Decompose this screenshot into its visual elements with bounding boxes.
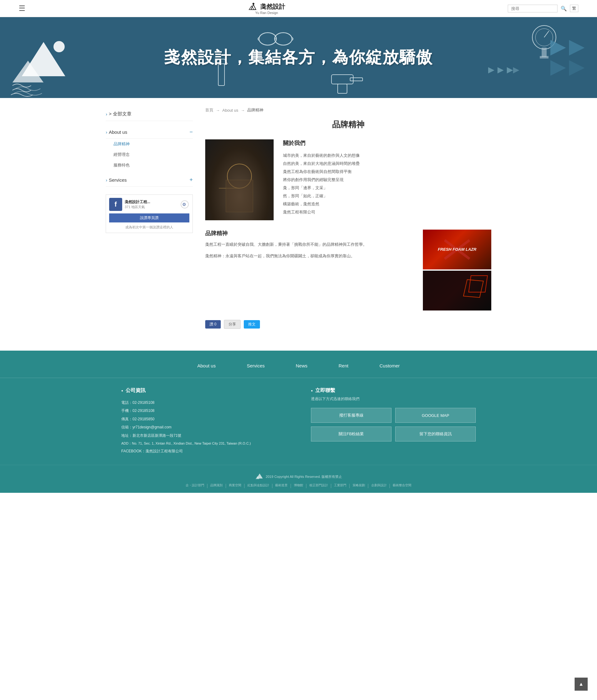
dot-icon: ● [121, 389, 123, 392]
company-address-en: ADD：No. 71, Sec. 1, Xintan Rd., Xindian … [121, 440, 286, 447]
breadcrumb-sep1: → [216, 108, 220, 112]
sidebar: › > 全部文章 ›About us − 品牌精神 經營理念 服務特色 ›Ser… [106, 107, 193, 329]
sidebar-services-toggle[interactable]: ›Services + [106, 174, 193, 187]
sidebar-about-section: ›About us − 品牌精神 經營理念 服務特色 [106, 126, 193, 171]
svg-rect-18 [338, 84, 347, 93]
like-button[interactable]: 讚 0 [205, 320, 221, 328]
footer-btn-fb[interactable]: 關注FB粉絲業 [311, 427, 391, 442]
mountain-decoration [9, 36, 78, 98]
sidebar-about-toggle[interactable]: ›About us − [106, 126, 193, 139]
sidebar-services-section: ›Services + [106, 174, 193, 187]
search-button[interactable]: 🔍 [561, 6, 567, 11]
footer-contact-title: ● 立即聯繫 [311, 388, 476, 394]
brand-image-top: FRESH FOAM LAZR [423, 230, 491, 269]
company-info-list: 電話：02-29185108 手機：02-29185108 傳真：02-2918… [121, 399, 286, 455]
about-main-image [205, 140, 274, 220]
company-email: 信箱：yr71design@gmail.com [121, 423, 286, 431]
lang-switcher[interactable]: 繁 [570, 5, 578, 12]
svg-rect-13 [540, 56, 548, 58]
footer-body: ● 公司資訊 電話：02-29185108 手機：02-29185108 傳真：… [96, 388, 501, 455]
hero-text: 戔然設計，集結各方，為你綻放驕傲 [164, 47, 433, 69]
footer-link-6[interactable]: 校正部門設計 [309, 483, 328, 488]
brand-title: 品牌精神 [205, 230, 414, 237]
footer-btn-map[interactable]: GOOGLE MAP [395, 408, 476, 423]
footer-link-8[interactable]: 策略規劃 [353, 483, 365, 488]
svg-point-5 [53, 41, 65, 52]
sidebar-item-service-char[interactable]: 服務特色 [106, 160, 193, 171]
main-container: › > 全部文章 ›About us − 品牌精神 經營理念 服務特色 ›Ser… [81, 98, 516, 338]
share-button[interactable]: 分享 [224, 320, 241, 329]
fb-page-addr: 371 地區天氣 [125, 205, 150, 209]
footer-company-title: ● 公司資訊 [121, 388, 286, 394]
breadcrumb-sep2: → [241, 108, 245, 112]
fb-page-name: 戔然設計工程... [125, 199, 150, 205]
svg-point-7 [275, 33, 292, 45]
header: ☰ 戔然設計 Yu Ran Design 🔍 繁 [0, 0, 597, 17]
footer-copyright: 2019 Copyright All Rights Reserved. 版權所有… [0, 473, 597, 481]
footer-logo-small [255, 473, 264, 481]
svg-marker-21 [550, 60, 566, 76]
svg-marker-24 [497, 67, 504, 73]
footer-link-7[interactable]: 工業部門 [334, 483, 346, 488]
sidebar-all-posts[interactable]: › > 全部文章 [106, 107, 193, 121]
footer-btn-contact[interactable]: 留下您的聯絡資訊 [395, 427, 476, 442]
footer-link-4[interactable]: 藝術造景 [275, 483, 288, 488]
svg-rect-17 [350, 78, 363, 81]
hero-banner: 戔然設計，集結各方，為你綻放驕傲 [0, 17, 597, 98]
sidebar-item-brand[interactable]: 品牌精神 [106, 139, 193, 149]
footer: About us Services News Rent Customer ● 公… [0, 351, 597, 493]
company-address-zh: 地址：新北市新店區新潭路一段71號 [121, 431, 286, 440]
breadcrumb-home[interactable]: 首頁 [205, 107, 213, 113]
search-input[interactable] [508, 5, 557, 12]
brand-text: 品牌精神 戔然工程一直瞄於突破自我、大膽創新，秉持著「挑戰你所不能」的品牌精神與… [205, 230, 414, 310]
footer-link-1[interactable]: 品牌識別 [210, 483, 223, 488]
footer-nav-news[interactable]: News [296, 363, 308, 368]
footer-bottom: 2019 Copyright All Rights Reserved. 版權所有… [0, 465, 597, 493]
company-phone: 電話：02-29185108 [121, 399, 286, 407]
svg-marker-19 [550, 40, 566, 56]
footer-contact: ● 立即聯繫 透過以下方式迅速的聯絡我們 撥打客服專線 GOOGLE MAP 關… [311, 388, 476, 455]
company-fax: 傳真：02-29185850 [121, 415, 286, 423]
footer-nav-about[interactable]: About us [198, 363, 216, 368]
fb-logo-icon: f [109, 198, 122, 211]
svg-marker-20 [569, 40, 585, 56]
footer-link-5[interactable]: 博物館 [294, 483, 303, 488]
footer-contact-sub: 透過以下方式迅速的聯絡我們 [311, 396, 476, 402]
social-buttons: 讚 0 分享 推文 [205, 320, 491, 329]
content-area: 首頁 → About us → 品牌精神 品牌精神 關於我們 [205, 107, 491, 329]
fb-settings-icon: ⚙ [180, 200, 189, 209]
footer-company: ● 公司資訊 電話：02-29185108 手機：02-29185108 傳真：… [121, 388, 286, 455]
brand-image-bottom [423, 271, 491, 310]
company-facebook: FACEBOOK：戔然設計工程有限公司 [121, 447, 286, 455]
header-right: 🔍 繁 [508, 5, 578, 12]
arrows-mid-right [488, 66, 519, 76]
logo-text-sub: Yu Ran Design [255, 11, 278, 15]
logo-icon [249, 2, 258, 11]
brand-image-text: FRESH FOAM LAZR [438, 246, 476, 253]
footer-nav-customer[interactable]: Customer [379, 363, 399, 368]
sidebar-sub-menu: 品牌精神 經營理念 服務特色 [106, 139, 193, 171]
footer-nav: About us Services News Rent Customer [0, 363, 597, 378]
footer-link-10[interactable]: 藝術整合空間 [393, 483, 411, 488]
footer-link-2[interactable]: 商業空間 [229, 483, 241, 488]
breadcrumb-about[interactable]: About us [222, 108, 238, 112]
footer-btn-call[interactable]: 撥打客服專線 [311, 408, 391, 423]
svg-point-6 [259, 33, 277, 45]
footer-link-9[interactable]: 企劃與設計 [371, 483, 387, 488]
tweet-button[interactable]: 推文 [244, 320, 260, 328]
fb-widget: f 戔然設計工程... 371 地區天氣 ⚙ 說讚專頁讚 成為初次中第一個說讚這… [106, 195, 193, 233]
brand-content1: 戔然工程一直瞄於突破自我、大膽創新，秉持著「挑戰你所不能」的品牌精神與工作哲學。 [205, 241, 414, 249]
fb-like-button[interactable]: 說讚專頁讚 [109, 214, 189, 222]
tool2-decoration [328, 65, 366, 96]
footer-nav-rent[interactable]: Rent [339, 363, 348, 368]
footer-nav-services[interactable]: Services [247, 363, 265, 368]
brand-section: 品牌精神 戔然工程一直瞄於突破自我、大膽創新，秉持著「挑戰你所不能」的品牌精神與… [205, 230, 491, 310]
sidebar-item-management[interactable]: 經營理念 [106, 149, 193, 160]
arrows-right [550, 37, 588, 78]
footer-link-0[interactable]: 企・設計部門 [186, 483, 204, 488]
svg-text:⚙: ⚙ [182, 202, 186, 207]
footer-link-3[interactable]: 紅點與金點設計 [248, 483, 269, 488]
company-mobile: 手機：02-29185108 [121, 407, 286, 415]
brand-content2: 戔然精神：永遠與客戶站在一起，我們無法為你開疆闢土，卻能成為你厚實的靠山。 [205, 252, 414, 260]
menu-icon[interactable]: ☰ [19, 4, 26, 13]
